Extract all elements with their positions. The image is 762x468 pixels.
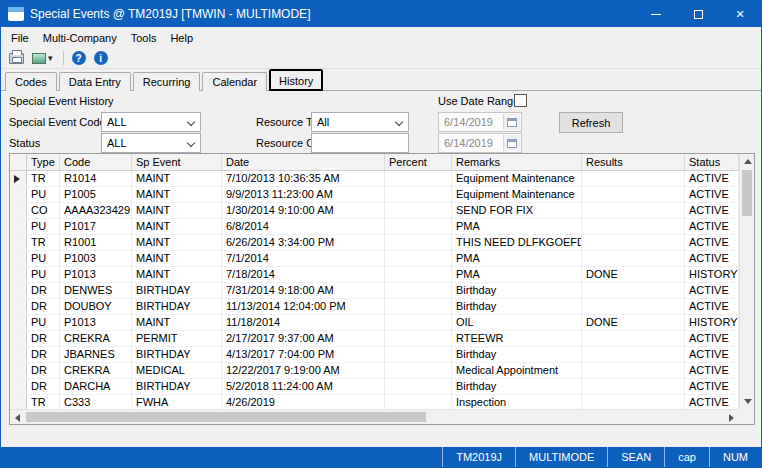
grid-row[interactable]: PU P1005 MAINT 9/9/2013 11:23:00 AM Equi… — [10, 187, 739, 203]
grid-row[interactable]: DR JBARNES BIRTHDAY 4/13/2017 7:04:00 PM… — [10, 347, 739, 363]
column-header[interactable]: Sp Event — [132, 154, 222, 170]
column-header[interactable]: Remarks — [452, 154, 582, 170]
special-event-code-value: ALL — [107, 116, 127, 128]
cell-type: DR — [27, 331, 60, 346]
horizontal-scroll-thumb[interactable] — [26, 412, 426, 422]
export-button[interactable]: ▾ — [29, 51, 56, 66]
tab[interactable]: History — [269, 69, 323, 91]
column-header[interactable]: Percent — [385, 154, 452, 170]
vertical-scroll-thumb[interactable] — [742, 170, 752, 216]
cell-results — [582, 331, 685, 346]
close-icon: ✕ — [735, 8, 744, 21]
help-button[interactable]: ? — [69, 49, 89, 67]
cell-date: 12/22/2017 9:19:00 AM — [222, 363, 385, 378]
date-from-value: 6/14/2019 — [444, 116, 493, 128]
close-button[interactable]: ✕ — [719, 1, 761, 27]
refresh-button[interactable]: Refresh — [559, 112, 623, 133]
cell-results: DONE — [582, 315, 685, 330]
cell-date: 1/30/2014 9:10:00 AM — [222, 203, 385, 218]
grid-row[interactable]: TR C333 FWHA 4/26/2019 Inspection ACTIVE — [10, 395, 739, 409]
grid-row[interactable]: TR R1014 MAINT 7/10/2013 10:36:35 AM Equ… — [10, 171, 739, 187]
cell-results — [582, 219, 685, 234]
calendar-icon — [507, 139, 517, 148]
cell-remarks: OIL — [452, 315, 582, 330]
grid-row[interactable]: PU P1003 MAINT 7/1/2014 PMA ACTIVE — [10, 251, 739, 267]
scrollbar-corner — [739, 409, 754, 424]
print-button[interactable] — [6, 51, 27, 66]
grid-row[interactable]: DR DOUBOY BIRTHDAY 11/13/2014 12:04:00 P… — [10, 299, 739, 315]
maximize-button[interactable] — [677, 1, 719, 27]
date-from-picker-button[interactable] — [503, 114, 520, 130]
row-indicator — [10, 379, 27, 394]
cell-status: ACTIVE — [685, 235, 739, 250]
grid-row[interactable]: PU P1013 MAINT 7/18/2014 PMA DONE HISTOR… — [10, 267, 739, 283]
tab[interactable]: Data Entry — [59, 72, 131, 91]
grid-row[interactable]: DR CREKRA PERMIT 2/17/2017 9:37:00 AM RT… — [10, 331, 739, 347]
grid-row[interactable]: DR CREKRA MEDICAL 12/22/2017 9:19:00 AM … — [10, 363, 739, 379]
menu-item[interactable]: File — [4, 28, 36, 48]
cell-sp-event: MAINT — [132, 315, 222, 330]
arrow-down-icon — [744, 399, 752, 404]
scroll-right-button[interactable] — [724, 410, 739, 425]
row-indicator — [10, 331, 27, 346]
scroll-down-button[interactable] — [740, 394, 755, 409]
scroll-left-button[interactable] — [10, 410, 25, 425]
menu-item[interactable]: Tools — [124, 28, 164, 48]
cell-sp-event: MAINT — [132, 171, 222, 186]
app-icon — [8, 7, 24, 21]
date-to-picker-button[interactable] — [503, 135, 520, 151]
grid-row[interactable]: PU P1013 MAINT 11/18/2014 OIL DONE HISTO… — [10, 315, 739, 331]
cell-results — [582, 299, 685, 314]
grid-row[interactable]: PU P1017 MAINT 6/8/2014 PMA ACTIVE — [10, 219, 739, 235]
grid-row[interactable]: TR R1001 MAINT 6/26/2014 3:34:00 PM THIS… — [10, 235, 739, 251]
column-header[interactable]: Type — [27, 154, 60, 170]
cell-code: P1013 — [60, 315, 132, 330]
date-to-field[interactable]: 6/14/2019 — [438, 133, 522, 153]
cell-percent — [385, 315, 452, 330]
status-filter-value: ALL — [107, 137, 127, 149]
cell-results — [582, 283, 685, 298]
cell-remarks: Birthday — [452, 347, 582, 362]
chevron-down-icon — [187, 139, 195, 147]
grid-row[interactable]: DR DARCHA BIRTHDAY 5/2/2018 11:24:00 AM … — [10, 379, 739, 395]
use-date-range-checkbox[interactable] — [514, 94, 527, 107]
column-header[interactable]: Date — [222, 154, 385, 170]
cell-results — [582, 395, 685, 409]
menu-item[interactable]: Help — [163, 28, 200, 48]
cell-status: HISTORY — [685, 267, 739, 282]
cell-status: ACTIVE — [685, 203, 739, 218]
resource-code-input[interactable] — [311, 133, 409, 153]
resource-type-select[interactable]: All — [311, 112, 409, 132]
grid-row[interactable]: CO AAAA323429 MAINT 1/30/2014 9:10:00 AM… — [10, 203, 739, 219]
window-title: Special Events @ TM2019J [TMWIN - MULTIM… — [30, 7, 635, 21]
menu-item[interactable]: Multi-Company — [36, 28, 124, 48]
column-header[interactable]: Status — [685, 154, 739, 170]
minimize-button[interactable] — [635, 1, 677, 27]
cell-percent — [385, 363, 452, 378]
maximize-icon — [694, 10, 703, 19]
help-icon: ? — [72, 51, 86, 65]
cell-date: 4/13/2017 7:04:00 PM — [222, 347, 385, 362]
app-window: Special Events @ TM2019J [TMWIN - MULTIM… — [0, 0, 762, 468]
column-header[interactable]: Results — [582, 154, 685, 170]
cell-sp-event: MAINT — [132, 219, 222, 234]
resource-type-value: All — [317, 116, 329, 128]
cell-type: TR — [27, 171, 60, 186]
cell-remarks: SEND FOR FIX — [452, 203, 582, 218]
tab[interactable]: Calendar — [202, 72, 267, 91]
cell-sp-event: BIRTHDAY — [132, 379, 222, 394]
scroll-up-button[interactable] — [740, 154, 755, 169]
horizontal-scrollbar[interactable] — [10, 409, 739, 424]
grid-row[interactable]: DR DENWES BIRTHDAY 7/31/2014 9:18:00 AM … — [10, 283, 739, 299]
cell-code: P1005 — [60, 187, 132, 202]
date-from-field[interactable]: 6/14/2019 — [438, 112, 522, 132]
tab[interactable]: Codes — [5, 72, 57, 91]
special-event-code-select[interactable]: ALL — [101, 112, 201, 132]
about-button[interactable]: i — [91, 49, 111, 67]
vertical-scrollbar[interactable] — [739, 154, 754, 409]
column-header[interactable]: Code — [60, 154, 132, 170]
status-select[interactable]: ALL — [101, 133, 201, 153]
tab[interactable]: Recurring — [133, 72, 201, 91]
cell-status: ACTIVE — [685, 347, 739, 362]
cell-date: 7/18/2014 — [222, 267, 385, 282]
